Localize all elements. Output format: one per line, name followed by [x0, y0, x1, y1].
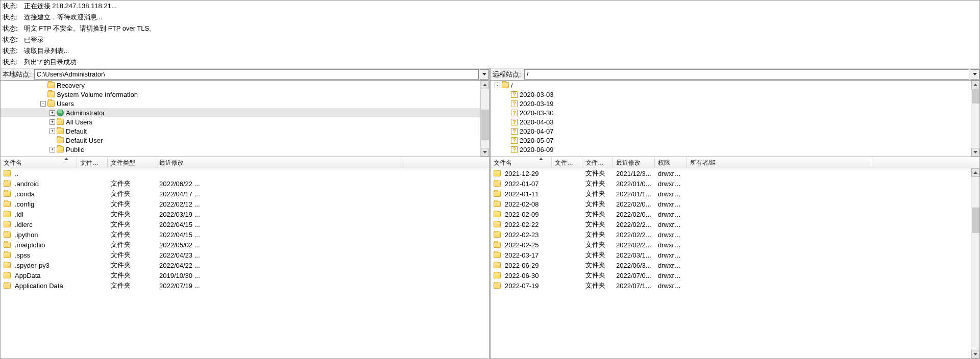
expand-icon[interactable]: +: [50, 119, 55, 125]
list-item[interactable]: 2022-02-23文件夹2022/02/2...drwxrw...: [491, 229, 971, 240]
scroll-up-button[interactable]: [481, 81, 489, 89]
tree-item-label: 2020-04-03: [520, 118, 554, 126]
folder-icon: [47, 100, 55, 107]
tree-item[interactable]: +Public: [1, 145, 480, 154]
local-path-input[interactable]: [34, 69, 479, 80]
scroll-down-button[interactable]: [971, 350, 979, 358]
remote-path-input[interactable]: [524, 69, 969, 80]
tree-item[interactable]: +All Users: [1, 117, 480, 126]
local-path-dropdown[interactable]: [480, 69, 489, 80]
chevron-up-icon: [973, 171, 977, 174]
file-type: 文件夹: [108, 261, 156, 270]
list-item[interactable]: 2022-02-22文件夹2022/02/2...drwxrw...: [491, 219, 971, 229]
col-name[interactable]: 文件名: [1, 157, 77, 168]
file-name: AppData: [15, 272, 41, 279]
unknown-folder-icon: ?: [511, 100, 518, 107]
list-item[interactable]: .ipython文件夹2022/04/15 ...: [1, 229, 489, 240]
tree-item[interactable]: ?2020-03-03: [491, 90, 971, 99]
file-type: 文件夹: [108, 179, 156, 188]
scroll-up-button[interactable]: [971, 168, 979, 177]
list-item[interactable]: 2021-12-29文件夹2021/12/3...drwxrw...: [491, 168, 971, 178]
col-size[interactable]: 文件大小: [77, 157, 108, 168]
file-permissions: drwxrw...: [655, 211, 687, 218]
tree-item[interactable]: +Default: [1, 126, 480, 136]
folder-icon: [4, 262, 11, 268]
list-item[interactable]: .conda文件夹2022/04/17 ...: [1, 189, 489, 199]
tree-item[interactable]: -Users: [1, 99, 480, 108]
tree-item[interactable]: Default User: [1, 136, 480, 145]
scroll-thumb[interactable]: [972, 208, 979, 233]
folder-icon: [4, 232, 11, 238]
expand-icon[interactable]: +: [50, 129, 55, 134]
tree-item[interactable]: ?2020-03-19: [491, 99, 971, 108]
list-item[interactable]: .spss文件夹2022/04/23 ...: [1, 250, 489, 260]
tree-item[interactable]: +Administrator: [1, 108, 480, 117]
remote-tree-scrollbar[interactable]: [971, 81, 979, 157]
folder-icon: [502, 82, 509, 88]
log-text: 连接建立，等待欢迎消息...: [24, 13, 103, 21]
list-item[interactable]: .matplotlib文件夹2022/05/02 ...: [1, 240, 489, 250]
scroll-down-button[interactable]: [971, 148, 979, 157]
list-item[interactable]: 2022-07-19文件夹2022/07/1...drwxrw...: [491, 280, 971, 291]
col-modified[interactable]: 最近修改: [613, 157, 655, 168]
file-name: 2022-03-17: [505, 251, 539, 259]
tree-item[interactable]: ?2020-04-07: [491, 126, 971, 136]
col-type[interactable]: 文件类型: [108, 157, 156, 168]
tree-item[interactable]: System Volume Information: [1, 90, 480, 99]
file-name: 2022-02-23: [505, 231, 539, 239]
list-item[interactable]: 2022-06-30文件夹2022/07/0...drwxrw...: [491, 270, 971, 280]
col-size[interactable]: 文件大小: [552, 157, 582, 168]
col-permissions[interactable]: 权限: [655, 157, 687, 168]
scroll-down-button[interactable]: [481, 148, 489, 157]
list-item[interactable]: 2022-02-25文件夹2022/02/2...drwxrw...: [491, 240, 971, 250]
tree-item[interactable]: Recovery: [1, 81, 480, 90]
col-owner[interactable]: 所有者/组: [687, 157, 872, 168]
local-tree-scrollbar[interactable]: [480, 81, 489, 157]
col-name[interactable]: 文件名: [491, 157, 552, 168]
chevron-down-icon: [973, 353, 977, 355]
list-item[interactable]: ..: [1, 168, 489, 178]
tree-item[interactable]: ?2020-05-07: [491, 136, 971, 145]
file-modified: 2022/06/22 ...: [156, 180, 401, 188]
remote-path-dropdown[interactable]: [970, 69, 979, 80]
scroll-up-button[interactable]: [971, 81, 979, 89]
expand-icon[interactable]: +: [50, 147, 55, 152]
scroll-thumb[interactable]: [972, 89, 979, 104]
sort-asc-icon: [539, 158, 543, 160]
list-item[interactable]: 2022-06-29文件夹2022/06/3...drwxrw...: [491, 260, 971, 270]
local-tree-panel[interactable]: RecoverySystem Volume Information-Users+…: [0, 81, 489, 157]
remote-file-list[interactable]: 文件名 文件大小 文件类型 最近修改 权限 所有者/组 2021-12-29文件…: [490, 157, 980, 359]
list-item[interactable]: .config文件夹2022/02/12 ...: [1, 199, 489, 209]
collapse-icon[interactable]: -: [40, 101, 46, 107]
list-item[interactable]: .idl文件夹2022/03/19 ...: [1, 209, 489, 219]
list-item[interactable]: AppData文件夹2019/10/30 ...: [1, 270, 489, 280]
file-modified: 2021/12/3...: [613, 170, 655, 177]
col-type[interactable]: 文件类型: [582, 157, 613, 168]
list-item[interactable]: 2022-02-09文件夹2022/02/0...drwxrw...: [491, 209, 971, 219]
collapse-icon[interactable]: -: [495, 83, 500, 88]
scroll-thumb[interactable]: [481, 110, 489, 140]
col-modified[interactable]: 最近修改: [156, 157, 401, 168]
status-log-panel[interactable]: 状态: 正在连接 218.247.138.118:21...状态: 连接建立，等…: [0, 0, 980, 68]
remote-list-scrollbar[interactable]: [971, 168, 979, 358]
expand-icon[interactable]: +: [50, 110, 55, 116]
list-item[interactable]: 2022-03-17文件夹2022/03/1...drwxrw...: [491, 250, 971, 260]
local-file-list[interactable]: 文件名 文件大小 文件类型 最近修改 ...android文件夹2022/06/…: [0, 157, 489, 359]
list-item[interactable]: .idlerc文件夹2022/04/15 ...: [1, 219, 489, 229]
tree-item[interactable]: ?2020-04-03: [491, 117, 971, 126]
list-item[interactable]: .android文件夹2022/06/22 ...: [1, 178, 489, 189]
tree-item[interactable]: ?2020-03-30: [491, 108, 971, 117]
list-item[interactable]: .spyder-py3文件夹2022/04/22 ...: [1, 260, 489, 270]
file-permissions: drwxrw...: [655, 272, 687, 279]
list-item[interactable]: 2022-02-08文件夹2022/02/0...drwxrw...: [491, 199, 971, 209]
log-line: 状态: 正在连接 218.247.138.118:21...: [1, 1, 979, 12]
tree-item[interactable]: ?2020-06-09: [491, 145, 971, 154]
remote-tree-panel[interactable]: -/?2020-03-03?2020-03-19?2020-03-30?2020…: [490, 81, 980, 157]
folder-icon: [4, 242, 11, 248]
unknown-folder-icon: ?: [511, 119, 518, 125]
tree-item[interactable]: -/: [491, 81, 971, 90]
file-name: 2022-01-11: [505, 190, 539, 198]
list-item[interactable]: 2022-01-11文件夹2022/01/1...drwxrw...: [491, 189, 971, 199]
list-item[interactable]: Application Data文件夹2022/07/19 ...: [1, 280, 489, 291]
list-item[interactable]: 2022-01-07文件夹2022/01/0...drwxrw...: [491, 178, 971, 189]
